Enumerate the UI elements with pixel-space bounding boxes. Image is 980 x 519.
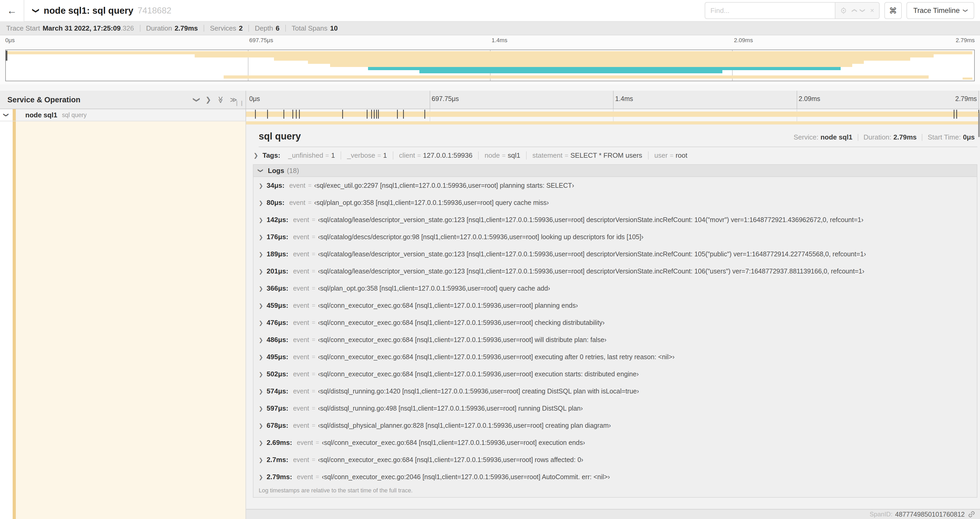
chevron-right-icon[interactable]: ❯ xyxy=(259,354,267,360)
log-row[interactable]: ❯201μs:event=‹sql/catalog/lease/descript… xyxy=(253,263,977,280)
span-duration-bar[interactable] xyxy=(246,112,980,117)
log-row[interactable]: ❯366μs:event=‹sql/plan_opt.go:358 [nsql1… xyxy=(253,280,977,297)
detail-span-bar[interactable] xyxy=(246,121,980,125)
log-row[interactable]: ❯476μs:event=‹sql/conn_executor_exec.go:… xyxy=(253,314,977,331)
log-marker-tick[interactable] xyxy=(403,110,404,119)
log-field-key: event xyxy=(293,250,309,258)
chevron-right-icon[interactable]: ❯ xyxy=(253,152,258,159)
chevron-right-icon[interactable]: ❯ xyxy=(259,371,267,377)
back-button[interactable]: ← xyxy=(0,0,24,21)
find-clear-icon[interactable]: ✕ xyxy=(870,7,874,14)
page-header: ← ❯ node sql1: sql query 7418682 ❯ ❯ ✕ xyxy=(0,0,980,22)
log-row[interactable]: ❯2.69ms:event=‹sql/conn_executor_exec.go… xyxy=(253,434,977,451)
log-marker-tick[interactable] xyxy=(371,110,372,119)
find-group: ❯ ❯ ✕ xyxy=(705,2,880,19)
chevron-right-icon[interactable]: ❯ xyxy=(259,217,267,223)
chevron-right-icon[interactable]: ❯ xyxy=(259,423,267,429)
log-marker-tick[interactable] xyxy=(342,110,343,119)
log-field-key: event xyxy=(293,456,309,464)
log-marker-tick[interactable] xyxy=(255,110,256,119)
log-row[interactable]: ❯502μs:event=‹sql/conn_executor_exec.go:… xyxy=(253,366,977,383)
log-row[interactable]: ❯486μs:event=‹sql/conn_executor_exec.go:… xyxy=(253,331,977,348)
log-marker-tick[interactable] xyxy=(296,110,297,119)
chevron-down-icon[interactable]: ❯ xyxy=(258,169,264,173)
log-marker-tick[interactable] xyxy=(954,110,955,119)
chevron-right-icon[interactable]: ❯ xyxy=(259,285,267,292)
log-row[interactable]: ❯459μs:event=‹sql/conn_executor_exec.go:… xyxy=(253,297,977,314)
log-row[interactable]: ❯678μs:event=‹sql/distsql_physical_plann… xyxy=(253,417,977,434)
chevron-right-icon[interactable]: ❯ xyxy=(259,319,267,326)
log-marker-tick[interactable] xyxy=(283,110,284,119)
log-row[interactable]: ❯597μs:event=‹sql/distsql_running.go:498… xyxy=(253,400,977,417)
span-row[interactable]: ❯ node sql1 sql query xyxy=(0,109,980,121)
log-row[interactable]: ❯142μs:event=‹sql/catalog/lease/descript… xyxy=(253,211,977,228)
log-field-key: event xyxy=(293,233,309,241)
logs-header[interactable]: ❯ Logs (18) xyxy=(253,165,977,177)
log-marker-tick[interactable] xyxy=(293,110,293,119)
log-marker-tick[interactable] xyxy=(376,110,377,119)
expand-one-icon[interactable]: ❯ xyxy=(205,96,211,104)
span-bar-track[interactable] xyxy=(246,109,980,121)
minimap-scrubber-handle[interactable] xyxy=(6,51,7,61)
service-color-stripe xyxy=(13,121,16,519)
log-marker-tick[interactable] xyxy=(299,110,300,119)
log-marker-tick[interactable] xyxy=(397,110,398,119)
span-collapse-chevron[interactable]: ❯ xyxy=(0,109,13,121)
chevron-right-icon[interactable]: ❯ xyxy=(259,388,267,394)
tag-item[interactable]: statement=SELECT * FROM users xyxy=(526,152,648,160)
log-row[interactable]: ❯34μs:event=‹sql/exec_util.go:2297 [nsql… xyxy=(253,177,977,194)
find-prev-icon[interactable]: ❯ xyxy=(851,8,857,13)
log-marker-tick[interactable] xyxy=(374,110,375,119)
detail-content: sql query Service: node sql1 Duration: 2… xyxy=(246,125,980,498)
link-icon[interactable] xyxy=(968,511,975,518)
chevron-down-icon[interactable]: ❯ xyxy=(32,8,40,13)
chevron-right-icon[interactable]: ❯ xyxy=(259,200,267,206)
equals-sign: = xyxy=(312,422,315,429)
tags-label: Tags: xyxy=(262,152,280,160)
log-row[interactable]: ❯189μs:event=‹sql/catalog/lease/descript… xyxy=(253,246,977,263)
log-marker-tick[interactable] xyxy=(367,110,368,119)
keyboard-shortcuts-button[interactable]: ⌘ xyxy=(885,2,902,19)
log-row[interactable]: ❯176μs:event=‹sql/catalog/descs/descript… xyxy=(253,228,977,246)
collapse-all-icon[interactable]: ≫ xyxy=(216,96,225,103)
chevron-right-icon[interactable]: ❯ xyxy=(259,234,267,240)
chevron-right-icon[interactable]: ❯ xyxy=(259,457,267,463)
chevron-right-icon[interactable]: ❯ xyxy=(259,251,267,257)
chevron-right-icon[interactable]: ❯ xyxy=(259,268,267,275)
log-marker-tick[interactable] xyxy=(425,110,425,119)
chevron-right-icon[interactable]: ❯ xyxy=(259,302,267,309)
log-marker-tick[interactable] xyxy=(267,110,268,119)
scrollbar-thumb[interactable] xyxy=(978,113,980,137)
chevron-right-icon[interactable]: ❯ xyxy=(259,474,267,480)
log-row[interactable]: ❯2.79ms:event=‹sql/conn_executor_exec.go… xyxy=(253,468,977,485)
collapse-one-icon[interactable]: ❯ xyxy=(192,97,201,102)
minimap-canvas[interactable] xyxy=(5,50,975,81)
span-row-label[interactable]: ❯ node sql1 sql query xyxy=(0,109,246,121)
tag-item[interactable]: user=root xyxy=(648,152,693,160)
find-next-icon[interactable]: ❯ xyxy=(860,8,866,13)
log-row[interactable]: ❯2.7ms:event=‹sql/conn_executor_exec.go:… xyxy=(253,451,977,468)
log-row[interactable]: ❯574μs:event=‹sql/distsql_running.go:142… xyxy=(253,383,977,400)
chevron-right-icon[interactable]: ❯ xyxy=(259,337,267,343)
chevron-right-icon[interactable]: ❯ xyxy=(259,182,267,189)
column-resizer-grip[interactable]: ❙❙ xyxy=(234,100,245,106)
logs-count: (18) xyxy=(287,167,299,175)
trace-title-group[interactable]: ❯ node sql1: sql query 7418682 xyxy=(33,5,172,16)
chevron-right-icon[interactable]: ❯ xyxy=(259,405,267,412)
equals-sign: = xyxy=(312,268,315,275)
tag-item[interactable]: client=127.0.0.1:59936 xyxy=(393,152,479,160)
tag-item[interactable]: node=sql1 xyxy=(478,152,526,160)
locate-icon[interactable] xyxy=(840,7,847,14)
log-marker-tick[interactable] xyxy=(378,110,379,119)
equals-sign: = xyxy=(316,473,319,481)
tag-item[interactable]: _verbose=1 xyxy=(340,152,393,160)
view-selector-button[interactable]: Trace Timeline ❯ xyxy=(907,2,974,19)
log-row[interactable]: ❯80μs:event=‹sql/plan_opt.go:358 [nsql1,… xyxy=(253,194,977,211)
log-row[interactable]: ❯495μs:event=‹sql/conn_executor_exec.go:… xyxy=(253,348,977,366)
log-marker-tick[interactable] xyxy=(956,110,957,119)
tags-row[interactable]: ❯ Tags: _unfinished=1_verbose=1client=12… xyxy=(253,152,977,160)
find-input[interactable] xyxy=(705,2,835,19)
trace-minimap[interactable]: 0μs697.75μs1.4ms2.09ms2.79ms xyxy=(0,35,980,85)
tag-item[interactable]: _unfinished=1 xyxy=(282,152,340,160)
chevron-right-icon[interactable]: ❯ xyxy=(259,440,267,446)
